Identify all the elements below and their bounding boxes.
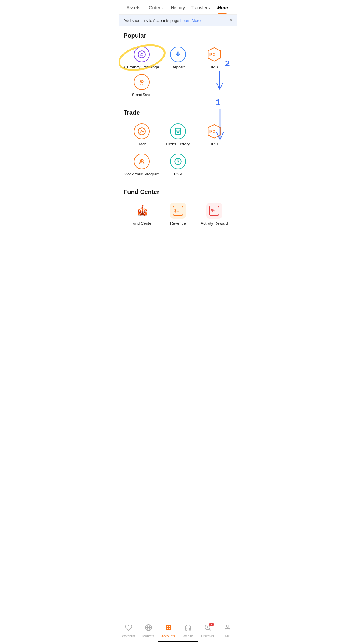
svg-text:🎪: 🎪 [136, 205, 148, 216]
svg-text:$: $ [141, 80, 143, 83]
currency-exchange-icon: ↕ [134, 47, 150, 62]
popular-heading: Popular [124, 32, 232, 39]
deposit-label: Deposit [171, 65, 185, 69]
ipo-trade-item[interactable]: IPO IPO [196, 121, 232, 149]
ipo-popular-icon: IPO [206, 47, 222, 62]
svg-text:$=: $= [174, 208, 179, 213]
svg-point-4 [138, 51, 145, 58]
stock-yield-label: Stock Yield Program [124, 172, 160, 176]
fund-center-grid: 🎪 Fund Center $= Revenue % [124, 200, 232, 228]
order-history-item[interactable]: Order History [160, 121, 196, 149]
nav-more[interactable]: More [211, 5, 234, 14]
deposit-icon: $ [170, 47, 186, 62]
svg-text:↕: ↕ [140, 53, 142, 57]
ipo-popular-item[interactable]: IPO IPO [196, 44, 232, 72]
revenue-label: Revenue [170, 221, 186, 226]
shortcuts-banner: Add shortcuts to Accounts page Learn Mor… [119, 15, 237, 26]
learn-more-link[interactable]: Learn More [180, 18, 201, 23]
stock-yield-icon: ~ [134, 154, 150, 169]
banner-text: Add shortcuts to Accounts page [124, 18, 179, 23]
smart-save-item[interactable]: $ SmartSave [124, 72, 160, 99]
svg-text:%: % [211, 208, 215, 213]
banner-close-button[interactable]: × [230, 18, 232, 23]
order-history-icon [170, 123, 186, 139]
popular-grid: ↕ Currency Exchange $ Deposit [124, 44, 232, 99]
trade-label: Trade [137, 142, 147, 146]
trade-item[interactable]: Trade [124, 121, 160, 149]
activity-reward-item[interactable]: % Activity Reward [196, 200, 232, 228]
svg-text:IPO: IPO [209, 130, 215, 133]
main-content: Popular ↕ Currency Exchange $ [119, 32, 237, 258]
smart-save-icon: $ [134, 74, 150, 90]
ipo-popular-label: IPO [211, 65, 218, 69]
fund-center-icon: 🎪 [134, 203, 150, 219]
nav-assets[interactable]: Assets [122, 5, 145, 14]
activity-reward-label: Activity Reward [201, 221, 228, 226]
smart-save-label: SmartSave [132, 92, 152, 97]
ipo-trade-icon: IPO [206, 123, 222, 139]
order-history-label: Order History [166, 142, 190, 146]
trade-icon [134, 123, 150, 139]
top-navigation: Assets Orders History Transfers More [119, 0, 237, 15]
stock-yield-item[interactable]: ~ Stock Yield Program [124, 151, 160, 179]
nav-history[interactable]: History [167, 5, 189, 14]
svg-text:IPO: IPO [209, 53, 215, 56]
currency-exchange-item[interactable]: ↕ Currency Exchange [124, 44, 160, 72]
fund-center-item[interactable]: 🎪 Fund Center [124, 200, 160, 228]
svg-text:~: ~ [141, 159, 143, 162]
nav-orders[interactable]: Orders [145, 5, 167, 14]
deposit-item[interactable]: $ Deposit [160, 44, 196, 72]
trade-grid: Trade Order History IPO IPO [124, 121, 232, 179]
rsp-label: RSP [174, 172, 182, 176]
svg-text:$: $ [177, 52, 179, 55]
revenue-icon: $= [170, 203, 186, 219]
currency-exchange-label: Currency Exchange [124, 65, 159, 69]
fund-center-heading: Fund Center [124, 189, 232, 196]
rsp-item[interactable]: RSP [160, 151, 196, 179]
activity-reward-icon: % [206, 203, 222, 219]
trade-heading: Trade [124, 109, 232, 116]
fund-center-label: Fund Center [131, 221, 153, 226]
ipo-trade-label: IPO [211, 142, 218, 146]
nav-transfers[interactable]: Transfers [189, 5, 211, 14]
revenue-item[interactable]: $= Revenue [160, 200, 196, 228]
rsp-icon [170, 154, 186, 169]
